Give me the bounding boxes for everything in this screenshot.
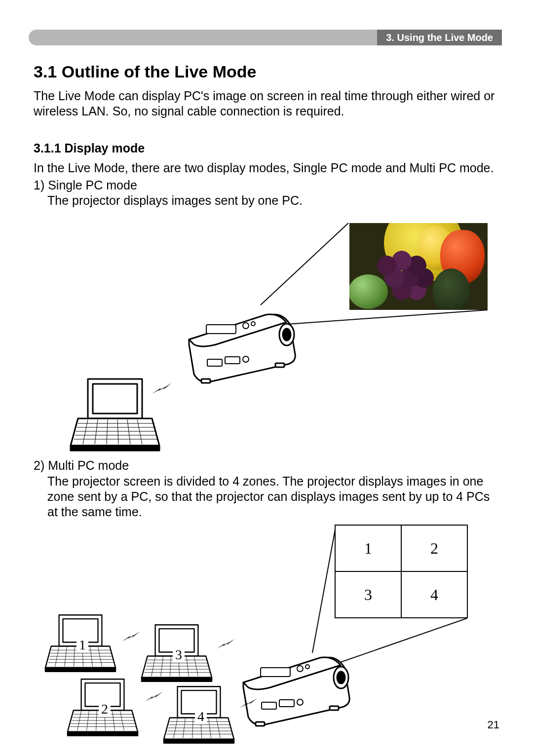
svg-rect-8: [225, 357, 240, 364]
item1-body: The projector displays images sent by on…: [47, 193, 499, 208]
svg-rect-7: [207, 359, 222, 366]
subsection-heading: 3.1.1 Display mode: [34, 141, 499, 155]
wireless-icon: [212, 631, 239, 658]
svg-rect-30: [262, 702, 276, 709]
section-intro: The Live Mode can display PC's image on …: [34, 88, 499, 119]
item2-body: The projector screen is divided to 4 zon…: [47, 474, 499, 520]
svg-point-6: [251, 322, 255, 326]
svg-rect-31: [279, 700, 294, 707]
laptop-icon: [68, 374, 162, 458]
svg-rect-27: [261, 668, 290, 677]
chapter-tab: 3. Using the Live Mode: [377, 30, 502, 45]
section-heading: 3.1 Outline of the Live Mode: [34, 62, 499, 81]
svg-point-32: [297, 699, 303, 705]
laptop-2-label: 2: [99, 701, 111, 717]
item2-title: 2) Multi PC mode: [34, 458, 499, 473]
svg-point-5: [243, 323, 249, 329]
laptop-1-label: 1: [76, 637, 88, 653]
page: 3. Using the Live Mode 3.1 Outline of th…: [0, 0, 533, 756]
zone-1: 1: [335, 525, 401, 571]
svg-rect-10: [201, 379, 210, 383]
header-bar: 3. Using the Live Mode: [29, 30, 502, 45]
svg-point-26: [337, 672, 345, 683]
zone-3: 3: [335, 571, 401, 618]
subsection-intro: In the Live Mode, there are two display …: [34, 160, 499, 176]
svg-point-3: [283, 329, 291, 340]
page-number: 21: [488, 718, 499, 731]
svg-rect-34: [330, 706, 339, 710]
projected-image: [349, 223, 488, 310]
laptop-3-label: 3: [173, 647, 185, 663]
svg-rect-33: [256, 722, 265, 726]
zone-4: 4: [401, 571, 467, 618]
svg-rect-4: [206, 325, 236, 334]
projector-icon: [172, 280, 305, 384]
item1-title: 1) Single PC mode: [34, 178, 499, 193]
svg-point-29: [305, 665, 309, 669]
wireless-icon: [235, 690, 262, 717]
figure-single-pc: [53, 211, 488, 458]
svg-point-28: [297, 666, 303, 672]
svg-line-1: [280, 310, 488, 325]
zone-grid: 1 2 3 4: [335, 525, 468, 618]
zone-2: 2: [401, 525, 467, 571]
svg-rect-11: [275, 363, 284, 367]
figure-multi-pc: 1 2 3 4: [34, 525, 497, 742]
svg-point-9: [243, 356, 249, 362]
laptop-4-label: 4: [195, 709, 207, 724]
